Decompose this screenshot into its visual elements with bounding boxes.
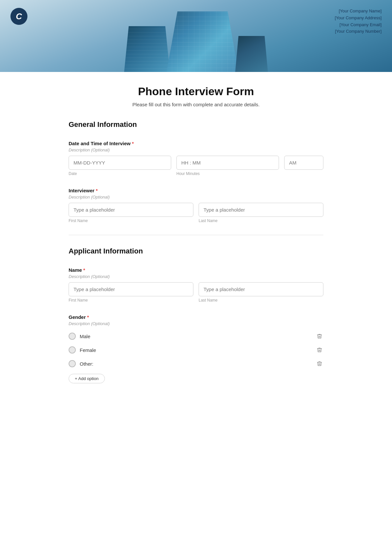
field-name: Name * Description (Optional) First Name… bbox=[69, 267, 323, 303]
interviewer-lastname-sublabel: Last Name bbox=[199, 218, 323, 223]
trash-icon-female bbox=[316, 346, 323, 354]
section-applicant-title: Applicant Information bbox=[69, 247, 323, 258]
company-info: [Your Company Name] [Your Company Addres… bbox=[335, 8, 382, 35]
radio-label-male: Male bbox=[80, 334, 90, 339]
time-input[interactable] bbox=[176, 156, 279, 170]
delete-male-button[interactable] bbox=[316, 332, 323, 340]
radio-label-other: Other: bbox=[80, 361, 93, 367]
trash-icon-male bbox=[316, 332, 323, 340]
interviewer-label: Interviewer * bbox=[69, 188, 323, 193]
gender-description: Description (Optional) bbox=[69, 321, 323, 326]
ampm-input[interactable] bbox=[284, 156, 323, 170]
section-applicant: Applicant Information Name * Description… bbox=[69, 247, 323, 383]
form-title: Phone Interview Form bbox=[69, 85, 323, 98]
interviewer-inputs: First Name Last Name bbox=[69, 203, 323, 223]
building-main bbox=[167, 11, 238, 72]
gender-label: Gender * bbox=[69, 314, 323, 320]
header-banner: C [Your Company Name] [Your Company Addr… bbox=[0, 0, 392, 72]
form-subtitle: Please fill out this form with complete … bbox=[69, 102, 323, 107]
radio-circle-male[interactable] bbox=[69, 333, 76, 340]
required-star-datetime: * bbox=[132, 141, 134, 146]
section-general: General Information Date and Time of Int… bbox=[69, 120, 323, 223]
field-gender: Gender * Description (Optional) Male bbox=[69, 314, 323, 383]
applicant-lastname-sublabel: Last Name bbox=[199, 298, 323, 303]
required-star-name: * bbox=[83, 267, 85, 273]
company-number: [Your Company Number] bbox=[335, 28, 382, 35]
name-label: Name * bbox=[69, 267, 323, 273]
field-interviewer: Interviewer * Description (Optional) Fir… bbox=[69, 188, 323, 223]
applicant-lastname-input[interactable] bbox=[199, 282, 323, 296]
interviewer-lastname-wrapper: Last Name bbox=[199, 203, 323, 223]
name-inputs: First Name Last Name bbox=[69, 282, 323, 303]
building-decoration bbox=[124, 11, 268, 72]
interviewer-firstname-wrapper: First Name bbox=[69, 203, 193, 223]
company-logo: C bbox=[10, 8, 27, 25]
applicant-firstname-sublabel: First Name bbox=[69, 298, 193, 303]
field-date-time: Date and Time of Interview * Description… bbox=[69, 141, 323, 176]
delete-female-button[interactable] bbox=[316, 346, 323, 354]
ampm-input-wrapper bbox=[284, 156, 323, 171]
required-star-interviewer: * bbox=[96, 188, 98, 193]
time-input-wrapper: Hour Minutes bbox=[176, 156, 279, 176]
company-name: [Your Company Name] bbox=[335, 8, 382, 15]
radio-circle-female[interactable] bbox=[69, 346, 76, 354]
date-time-description: Description (Optional) bbox=[69, 148, 323, 152]
applicant-lastname-wrapper: Last Name bbox=[199, 282, 323, 303]
radio-option-female: Female bbox=[69, 343, 323, 357]
delete-other-button[interactable] bbox=[316, 360, 323, 368]
building-left bbox=[124, 26, 170, 72]
required-star-gender: * bbox=[87, 314, 89, 320]
radio-option-male: Male bbox=[69, 329, 323, 343]
radio-label-female: Female bbox=[80, 347, 96, 353]
company-email: [Your Company Email] bbox=[335, 22, 382, 28]
add-option-button[interactable]: + Add option bbox=[69, 374, 105, 383]
radio-circle-other[interactable] bbox=[69, 360, 76, 367]
interviewer-lastname-input[interactable] bbox=[199, 203, 323, 217]
date-time-inputs: Date Hour Minutes bbox=[69, 156, 323, 176]
interviewer-firstname-sublabel: First Name bbox=[69, 218, 193, 223]
radio-option-other: Other: bbox=[69, 357, 323, 371]
form-container: Phone Interview Form Please fill out thi… bbox=[49, 72, 343, 415]
interviewer-description: Description (Optional) bbox=[69, 195, 323, 200]
date-sublabel: Date bbox=[69, 171, 171, 176]
section-divider bbox=[69, 235, 323, 235]
section-general-title: General Information bbox=[69, 120, 323, 131]
company-address: [Your Company Address] bbox=[335, 15, 382, 22]
trash-icon-other bbox=[316, 360, 323, 368]
date-input-wrapper: Date bbox=[69, 156, 171, 176]
time-sublabel: Hour Minutes bbox=[176, 171, 279, 176]
name-description: Description (Optional) bbox=[69, 274, 323, 279]
building-right bbox=[235, 36, 268, 72]
interviewer-firstname-input[interactable] bbox=[69, 203, 193, 217]
applicant-firstname-input[interactable] bbox=[69, 282, 193, 296]
date-input[interactable] bbox=[69, 156, 171, 170]
date-time-label: Date and Time of Interview * bbox=[69, 141, 323, 146]
applicant-firstname-wrapper: First Name bbox=[69, 282, 193, 303]
